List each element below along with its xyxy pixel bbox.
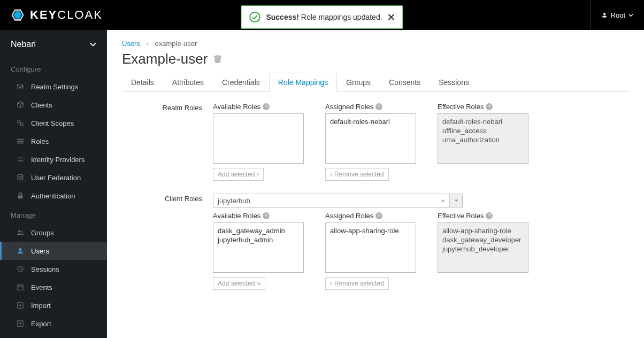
clock-icon — [16, 265, 25, 273]
list-icon — [16, 137, 25, 145]
sidebar-item-sessions[interactable]: Sessions — [0, 260, 107, 278]
tab-groups[interactable]: Groups — [337, 73, 380, 92]
tabs: Details Attributes Credentials Role Mapp… — [122, 73, 629, 92]
tab-consents[interactable]: Consents — [380, 73, 430, 92]
svg-rect-5 — [20, 84, 20, 90]
sidebar-item-label: Authentication — [31, 192, 75, 200]
database-icon — [16, 173, 25, 182]
svg-point-17 — [18, 230, 20, 232]
sidebar-item-realm-settings[interactable]: Realm Settings — [0, 78, 107, 96]
sidebar-item-export[interactable]: Export — [0, 314, 107, 333]
help-icon[interactable]: ? — [263, 212, 270, 219]
realm-assigned-roles-list[interactable]: default-roles-nebari — [325, 113, 416, 164]
tab-role-mappings[interactable]: Role Mappings — [269, 73, 337, 92]
sidebar-item-client-scopes[interactable]: Client Scopes — [0, 114, 107, 132]
client-available-roles-list[interactable]: dask_gateway_adminjupyterhub_admin — [213, 222, 304, 273]
add-selected-client-button[interactable]: Add selected » — [213, 277, 265, 290]
app-logo[interactable]: KEYCLOAK — [9, 6, 103, 24]
remove-selected-client-button[interactable]: ‹ Remove selected — [325, 277, 389, 290]
sidebar-item-label: Clients — [31, 101, 52, 109]
available-roles-label: Available Roles — [213, 103, 260, 111]
user-icon — [601, 12, 608, 18]
role-option[interactable]: allow-app-sharing-role — [330, 226, 411, 235]
realm-selector[interactable]: Nebari — [0, 30, 107, 59]
export-icon — [16, 319, 25, 328]
chevron-double-right-icon: » — [257, 280, 260, 287]
breadcrumb-separator: › — [147, 40, 149, 48]
tab-credentials[interactable]: Credentials — [213, 73, 269, 92]
chevron-down-icon — [90, 41, 96, 48]
keycloak-icon — [9, 6, 27, 24]
tab-attributes[interactable]: Attributes — [163, 73, 213, 92]
tab-sessions[interactable]: Sessions — [430, 73, 478, 92]
client-select[interactable]: jupyterhub × — [213, 194, 463, 208]
help-icon[interactable]: ? — [486, 103, 493, 110]
realm-roles-label: Realm Roles — [122, 103, 213, 181]
sidebar-item-label: User Federation — [31, 174, 81, 182]
sidebar-item-import[interactable]: Import — [0, 296, 107, 314]
client-effective-roles-list: allow-app-sharing-roledask_gateway_devel… — [438, 222, 528, 273]
role-option[interactable]: default-roles-nebari — [330, 117, 411, 126]
toast-title: Success! — [266, 13, 298, 21]
button-label: Add selected — [218, 280, 255, 287]
realm-name: Nebari — [11, 40, 36, 49]
help-icon[interactable]: ? — [263, 103, 270, 110]
calendar-icon — [16, 283, 25, 291]
role-option[interactable]: dask_gateway_admin — [218, 226, 299, 235]
page-title-text: Example-user — [122, 51, 208, 67]
help-icon[interactable]: ? — [375, 212, 382, 219]
sidebar-item-users[interactable]: Users — [0, 242, 107, 260]
svg-rect-4 — [18, 84, 18, 90]
realm-effective-roles-list: default-roles-nebarioffline_accessuma_au… — [438, 113, 528, 164]
toast-notification: Success! Role mappings updated. — [241, 5, 403, 29]
assigned-roles-label: Assigned Roles — [325, 103, 373, 111]
role-option: jupyterhub_developer — [442, 244, 524, 253]
svg-rect-8 — [19, 87, 21, 88]
toast-close-icon[interactable] — [388, 13, 395, 21]
role-option[interactable]: jupyterhub_admin — [218, 235, 299, 244]
sidebar-item-label: Users — [31, 247, 49, 255]
sidebar-item-identity-providers[interactable]: Identity Providers — [0, 150, 107, 168]
cube-icon — [16, 101, 25, 109]
realm-available-roles-list[interactable] — [213, 113, 304, 164]
sidebar-item-label: Groups — [31, 229, 54, 237]
success-check-icon — [249, 11, 260, 23]
svg-rect-16 — [18, 195, 23, 198]
role-option: allow-app-sharing-role — [442, 226, 524, 235]
sidebar-item-user-federation[interactable]: User Federation — [0, 168, 107, 187]
svg-point-2 — [250, 12, 259, 22]
page-title: Example-user — [122, 51, 629, 67]
breadcrumb-root[interactable]: Users — [122, 40, 140, 48]
tab-details[interactable]: Details — [122, 73, 163, 92]
sidebar-header-manage: Manage — [0, 205, 107, 224]
client-assigned-roles-list[interactable]: allow-app-sharing-role — [325, 222, 416, 273]
available-roles-label: Available Roles — [213, 212, 260, 220]
sidebar-item-groups[interactable]: Groups — [0, 224, 107, 242]
sidebar-item-label: Import — [31, 302, 51, 310]
sidebar-item-roles[interactable]: Roles — [0, 132, 107, 150]
users-icon — [16, 228, 25, 237]
role-option: default-roles-nebari — [442, 117, 524, 126]
user-menu[interactable]: Root — [590, 0, 633, 30]
effective-roles-label: Effective Roles — [438, 103, 484, 111]
client-roles-label: Client Roles — [122, 194, 213, 290]
add-selected-realm-button[interactable]: Add selected › — [213, 168, 264, 181]
main-content: Users › example-user Example-user Detail… — [107, 30, 644, 338]
lock-icon — [16, 191, 25, 200]
sidebar-item-label: Realm Settings — [31, 83, 78, 91]
help-icon[interactable]: ? — [486, 212, 493, 219]
remove-selected-realm-button[interactable]: ‹ Remove selected — [325, 168, 389, 181]
import-icon — [16, 301, 25, 310]
user-menu-name: Root — [611, 11, 625, 19]
role-option: dask_gateway_developer — [442, 235, 524, 244]
sidebar-item-clients[interactable]: Clients — [0, 96, 107, 114]
client-select-caret-icon[interactable] — [449, 194, 462, 207]
client-select-clear-icon[interactable]: × — [441, 197, 445, 205]
scopes-icon — [16, 119, 25, 127]
help-icon[interactable]: ? — [375, 103, 382, 110]
sidebar-item-label: Identity Providers — [31, 156, 85, 164]
sidebar-item-authentication[interactable]: Authentication — [0, 187, 107, 205]
button-label: Add selected — [218, 171, 255, 178]
sidebar-item-events[interactable]: Events — [0, 278, 107, 296]
delete-user-icon[interactable] — [214, 55, 221, 64]
